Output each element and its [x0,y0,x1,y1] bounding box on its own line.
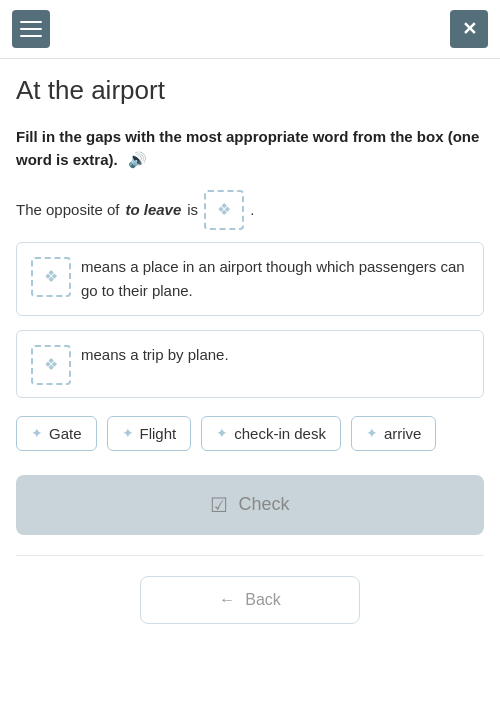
top-bar: ✕ [0,0,500,59]
main-content: Fill in the gaps with the most appropria… [0,114,500,451]
drag-icon-arrive: ✦ [366,425,378,441]
q2-text: means a place in an airport though which… [81,255,469,303]
q1-drop-zone[interactable]: ❖ [204,190,244,230]
menu-button[interactable] [12,10,50,48]
word-chip-flight[interactable]: ✦ Flight [107,416,192,451]
sound-icon[interactable]: 🔊 [128,149,147,172]
q1-suffix: is [187,198,198,222]
instruction-text: Fill in the gaps with the most appropria… [16,126,484,172]
check-icon: ☑ [210,493,228,517]
separator [16,555,484,556]
word-label-gate: Gate [49,425,82,442]
q1-prefix: The opposite of [16,198,119,222]
hamburger-line-1 [20,21,42,23]
q3-text: means a trip by plane. [81,343,469,367]
hamburger-line-2 [20,28,42,30]
word-label-flight: Flight [140,425,177,442]
question-3: ❖ means a trip by plane. [16,330,484,398]
check-label: Check [238,494,289,515]
question-1: The opposite of to leave is ❖ . [16,190,484,230]
drag-icon-gate: ✦ [31,425,43,441]
word-chip-gate[interactable]: ✦ Gate [16,416,97,451]
instruction-main: Fill in the gaps with the most appropria… [16,128,479,168]
q1-period: . [250,198,254,222]
word-chip-checkin[interactable]: ✦ check-in desk [201,416,341,451]
word-chip-arrive[interactable]: ✦ arrive [351,416,437,451]
q1-bold-word: to leave [125,198,181,222]
back-arrow-icon: ← [219,591,235,609]
close-button[interactable]: ✕ [450,10,488,48]
page-title: At the airport [0,59,500,114]
q3-drop-zone[interactable]: ❖ [31,345,71,385]
back-label: Back [245,591,281,609]
word-label-checkin: check-in desk [234,425,326,442]
hamburger-line-3 [20,35,42,37]
drag-icon-checkin: ✦ [216,425,228,441]
bottom-section: ☑ Check ← Back [0,475,500,648]
question-2: ❖ means a place in an airport though whi… [16,242,484,316]
check-button[interactable]: ☑ Check [16,475,484,535]
word-bank: ✦ Gate ✦ Flight ✦ check-in desk ✦ arrive [16,416,484,451]
back-button[interactable]: ← Back [140,576,360,624]
word-label-arrive: arrive [384,425,422,442]
q2-drop-zone[interactable]: ❖ [31,257,71,297]
drag-icon-flight: ✦ [122,425,134,441]
